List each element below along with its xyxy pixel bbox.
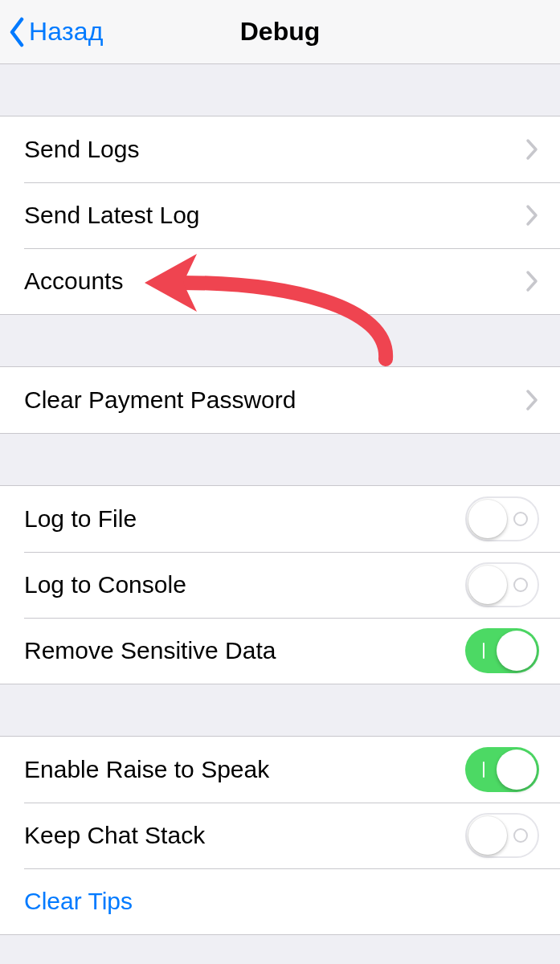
back-label: Назад [29,17,104,47]
group-spacer [0,434,560,485]
cell-label: Accounts [24,268,123,295]
cell-label: Clear Payment Password [24,386,296,414]
switch-on[interactable] [465,628,539,673]
group-spacer [0,315,560,366]
cell-label: Log to Console [24,571,186,598]
cell-label: Remove Sensitive Data [24,637,276,664]
switch-off[interactable] [465,813,539,858]
switch-off[interactable] [465,562,539,607]
cell-log-to-console[interactable]: Log to Console [0,552,560,618]
cell-log-to-file[interactable]: Log to File [0,486,560,552]
chevron-left-icon [8,17,26,47]
cell-label: Send Latest Log [24,202,200,229]
cell-label: Log to File [24,505,137,533]
chevron-right-icon [525,204,539,227]
chevron-right-icon [525,270,539,292]
group-spacer [0,684,560,736]
cell-label: Enable Raise to Speak [24,756,269,783]
navbar: Назад Debug [0,0,560,64]
cell-send-logs[interactable]: Send Logs [0,116,560,182]
cell-clear-payment-password[interactable]: Clear Payment Password [0,367,560,433]
chevron-right-icon [525,389,539,411]
cell-label: Clear Tips [24,888,133,915]
settings-group: Log to FileLog to ConsoleRemove Sensitiv… [0,485,560,684]
group-spacer [0,64,560,116]
settings-group: Clear Payment Password [0,366,560,434]
cell-accounts[interactable]: Accounts [0,248,560,314]
cell-send-latest-log[interactable]: Send Latest Log [0,182,560,248]
cell-label: Keep Chat Stack [24,822,205,849]
cell-keep-chat-stack[interactable]: Keep Chat Stack [0,803,560,868]
cell-remove-sensitive-data[interactable]: Remove Sensitive Data [0,618,560,684]
chevron-right-icon [525,138,539,161]
settings-group: Enable Raise to SpeakKeep Chat StackClea… [0,736,560,935]
switch-off[interactable] [465,496,539,541]
settings-group: Send LogsSend Latest LogAccounts [0,116,560,315]
cell-enable-raise-to-speak[interactable]: Enable Raise to Speak [0,737,560,803]
back-button[interactable]: Назад [0,17,104,47]
switch-on[interactable] [465,747,539,792]
cell-label: Send Logs [24,136,139,163]
cell-clear-tips[interactable]: Clear Tips [0,868,560,934]
